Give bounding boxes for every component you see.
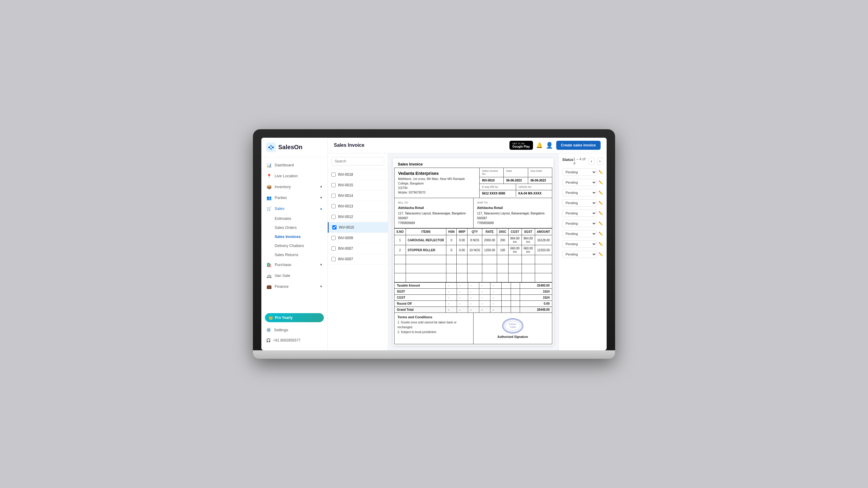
item-qty: 8 NOS bbox=[467, 235, 482, 245]
sidebar-item-support[interactable]: 🎧 +91 8092856577 bbox=[261, 335, 328, 345]
next-page-button[interactable]: › bbox=[597, 157, 603, 165]
list-item[interactable]: INV-0007 bbox=[328, 254, 388, 264]
invoice-checkbox[interactable] bbox=[331, 247, 336, 251]
list-item[interactable]: INV-0014 bbox=[328, 191, 388, 201]
invoice-checkbox[interactable] bbox=[332, 225, 337, 230]
taxable-row: Taxable Amount - - - - - 25400.00 bbox=[395, 283, 552, 289]
list-item[interactable]: INV-0007 bbox=[328, 243, 388, 254]
invoice-checkbox[interactable] bbox=[331, 204, 336, 208]
status-select[interactable]: Pending bbox=[562, 230, 597, 237]
sidebar-item-inventory[interactable]: 📦 Inventory ▼ bbox=[261, 181, 328, 192]
finance-icon: 💼 bbox=[266, 284, 272, 289]
sidebar-item-finance[interactable]: 💼 Finance ▼ bbox=[261, 281, 328, 292]
edit-icon[interactable]: ✏️ bbox=[598, 180, 603, 184]
company-address: Mathikere, 1st cross, 8th Main, Near MS … bbox=[398, 177, 476, 186]
company-name: Vedanta Enterprises bbox=[398, 171, 476, 176]
items-table: S.NO ITEMS HSN MRP QTY RATE DISC CGST SG bbox=[394, 228, 552, 282]
invoice-checkbox[interactable] bbox=[331, 236, 336, 240]
sidebar-item-sales-returns[interactable]: Sales Returns bbox=[261, 250, 328, 259]
status-select[interactable]: Pending bbox=[562, 251, 597, 258]
purchase-chevron: ▼ bbox=[320, 263, 322, 266]
user-icon[interactable]: 👤 bbox=[546, 142, 553, 149]
edit-icon[interactable]: ✏️ bbox=[598, 191, 603, 195]
dashboard-label: Dashboard bbox=[275, 163, 294, 167]
edit-icon[interactable]: ✏️ bbox=[598, 252, 603, 256]
list-item[interactable]: INV-0018 bbox=[328, 169, 388, 180]
sidebar-item-sales-orders[interactable]: Sales Orders bbox=[261, 223, 328, 232]
list-item[interactable]: INV-0009 bbox=[328, 233, 388, 243]
status-select[interactable]: Pending bbox=[562, 209, 597, 217]
support-label: +91 8092856577 bbox=[273, 338, 300, 342]
header-right: GET IT ON Google Play 🔔 👤 Create sales i… bbox=[509, 141, 600, 150]
invoice-checkbox[interactable] bbox=[331, 183, 336, 187]
sidebar-item-dashboard[interactable]: 📊 Dashboard bbox=[261, 160, 328, 171]
meta-row-eway-labels: E-way Bill No Vehicle No bbox=[479, 184, 552, 190]
invoice-checkbox[interactable] bbox=[331, 194, 336, 198]
status-select[interactable]: Pending bbox=[562, 199, 597, 206]
status-select[interactable]: Pending Paid Cancelled bbox=[562, 169, 597, 176]
invoice-list-panel: INV-0018 INV-0015 INV-0014 bbox=[328, 153, 388, 351]
sidebar-item-delivery-challans[interactable]: Delivery Challans bbox=[261, 241, 328, 250]
status-row: Pending Paid Cancelled ✏️ bbox=[562, 169, 603, 176]
sidebar-item-parties[interactable]: 👥 Parties ▼ bbox=[261, 192, 328, 203]
eway-cell: 5612 XXXX 6590 bbox=[479, 190, 516, 197]
notification-icon[interactable]: 🔔 bbox=[536, 142, 542, 149]
invoice-id: INV-0010 bbox=[339, 225, 354, 230]
sidebar-item-sales-invoices[interactable]: Sales Invoices bbox=[261, 232, 328, 241]
edit-icon[interactable]: ✏️ bbox=[598, 201, 603, 205]
invoice-no-label-cell: Sales Invoice No bbox=[479, 168, 504, 177]
item-rate: 2000.00 bbox=[482, 235, 497, 245]
sidebar-item-van-sale[interactable]: 🚐 Van Sale bbox=[261, 270, 328, 281]
search-input[interactable] bbox=[331, 157, 384, 166]
doc-title: Sales Invoice bbox=[393, 158, 554, 168]
list-item[interactable]: INV-0012 bbox=[328, 212, 388, 222]
edit-icon[interactable]: ✏️ bbox=[598, 242, 603, 246]
svg-text:TURE: TURE bbox=[509, 326, 516, 328]
finance-label: Finance bbox=[275, 284, 288, 289]
invoice-checkbox[interactable] bbox=[331, 257, 336, 261]
bill-to-block: BILL TO Abhilasha Retail 117, Talacauver… bbox=[395, 198, 473, 228]
pagination: 1 – 4 of 4 ‹ › bbox=[574, 157, 603, 166]
status-select[interactable]: Pending bbox=[562, 240, 597, 248]
edit-icon[interactable]: ✏️ bbox=[598, 211, 603, 215]
sidebar-item-sales[interactable]: 🛒 Sales ▲ bbox=[261, 203, 328, 214]
status-select[interactable]: Pending bbox=[562, 220, 597, 227]
sidebar-item-settings[interactable]: ⚙️ Settings bbox=[261, 325, 328, 335]
invoice-id: INV-0007 bbox=[338, 247, 353, 251]
invoice-checkbox[interactable] bbox=[331, 172, 336, 177]
status-row: Pending ✏️ bbox=[562, 199, 603, 206]
status-select[interactable]: Pending bbox=[562, 179, 597, 186]
sidebar-item-purchase[interactable]: 🛍️ Purchase ▼ bbox=[261, 259, 328, 270]
empty-row bbox=[395, 273, 552, 282]
invoice-id: INV-0009 bbox=[338, 236, 353, 240]
signature-label: Authorised Signature bbox=[497, 335, 528, 339]
sidebar-item-live-location[interactable]: 📍 Live Location bbox=[261, 171, 328, 181]
item-sno: 1 bbox=[395, 235, 406, 245]
item-qty: 10 NOS bbox=[467, 245, 482, 255]
list-item-selected[interactable]: INV-0010 bbox=[328, 222, 388, 233]
list-item[interactable]: INV-0015 bbox=[328, 180, 388, 191]
status-select[interactable]: Pending bbox=[562, 189, 597, 196]
live-location-icon: 📍 bbox=[266, 174, 272, 178]
taxable-amount: 25400.00 bbox=[520, 283, 552, 289]
list-item[interactable]: INV-0013 bbox=[328, 201, 388, 212]
ship-to-block: SHIP TO Abhilasha Retail 117, Talacauver… bbox=[473, 198, 552, 228]
google-play-button[interactable]: GET IT ON Google Play bbox=[509, 141, 533, 150]
create-sales-invoice-button[interactable]: Create sales invoice bbox=[556, 141, 600, 150]
item-cgst: 864.006% bbox=[508, 235, 522, 245]
stamp-svg: SIGNA- TURE bbox=[503, 318, 523, 334]
sales-returns-label: Sales Returns bbox=[275, 253, 299, 257]
app-container: SalesOn 📊 Dashboard 📍 Live Location 📦 In… bbox=[261, 138, 607, 351]
sgst-amount: 1524 bbox=[520, 289, 552, 295]
vehicle-cell: KA-04 MX-XXXX bbox=[516, 190, 552, 197]
edit-icon[interactable]: ✏️ bbox=[598, 232, 603, 236]
pro-badge[interactable]: 👑 Pro Yearly bbox=[265, 313, 324, 322]
invoice-checkbox[interactable] bbox=[331, 215, 336, 219]
sales-orders-label: Sales Orders bbox=[275, 226, 297, 230]
edit-icon[interactable]: ✏️ bbox=[598, 221, 603, 226]
svg-point-2 bbox=[270, 145, 272, 147]
prev-page-button[interactable]: ‹ bbox=[588, 157, 594, 165]
item-sgst: 660.006% bbox=[522, 245, 535, 255]
edit-icon[interactable]: ✏️ bbox=[598, 170, 603, 174]
sidebar-item-estimates[interactable]: Estimates bbox=[261, 214, 328, 223]
